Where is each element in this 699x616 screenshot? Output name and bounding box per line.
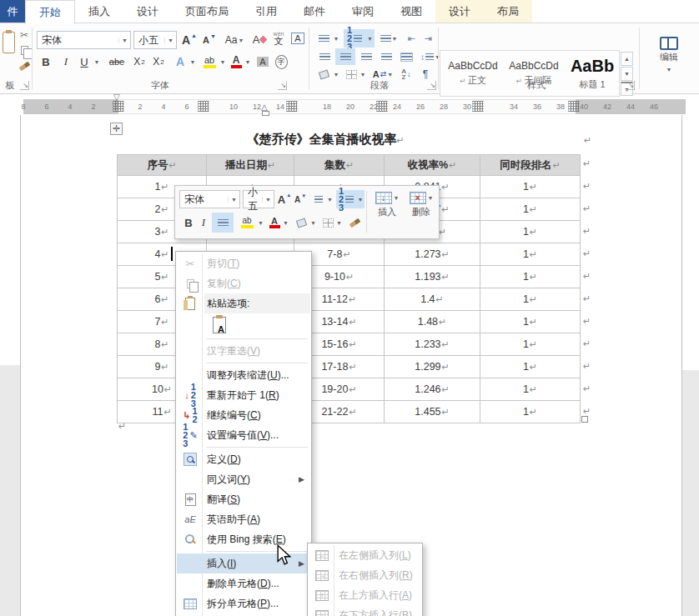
dialog-launcher-font[interactable]: ↘ [278,81,287,90]
table-cell[interactable]: 1↵ [480,198,581,221]
minibar-delete-button[interactable]: ×▼ 删除 [405,189,438,235]
table-header-cell[interactable]: 收视率%↵ [385,155,480,176]
minibar-shrink-font-button[interactable]: A▼ [293,192,308,207]
tab-布局[interactable]: 布局 [484,0,532,23]
tab-件[interactable]: 件 [0,0,25,23]
table-cell[interactable]: 1.233↵ [385,333,480,356]
minibar-size-select[interactable]: 小五▼ [243,190,274,208]
minibar-center-button[interactable] [212,213,234,233]
strikethrough-button[interactable]: abe [105,53,128,70]
sort-button[interactable]: AZ↓ [397,67,415,82]
menu-item[interactable]: 定义(D) [177,449,310,469]
shrink-font-button[interactable]: A▼ [200,32,219,48]
minibar-borders-dropdown[interactable]: ▼ [335,214,343,231]
increase-indent-button[interactable]: ⇥ [420,30,435,47]
character-border-button[interactable]: A [289,30,306,47]
table-cell[interactable]: 1.299↵ [385,356,480,378]
hanging-indent-marker[interactable]: △ [261,104,268,111]
tab-邮件[interactable]: 邮件 [290,0,339,23]
menu-item[interactable]: 删除单元格(D)... [177,573,310,593]
table-cell[interactable]: 1.246↵ [385,378,480,401]
paste-button[interactable] [1,28,17,58]
table-header-cell[interactable]: 同时段排名↵ [480,155,581,176]
menu-item[interactable]: 中翻译(S) [177,489,310,509]
menu-item[interactable]: aE英语助手(A) [177,509,310,529]
table-column-marker[interactable] [113,101,124,112]
minibar-borders-button[interactable] [320,214,335,231]
tab-插入[interactable]: 插入 [75,0,123,23]
table-header-cell[interactable]: 播出日期↵ [207,155,294,176]
bold-button[interactable]: B [37,53,55,70]
minibar-insert-button[interactable]: ↓▼ 插入 [370,189,404,235]
shading-dropdown[interactable]: ▼ [332,67,340,82]
menu-item[interactable]: 拆分单元格(P)... [177,593,310,613]
table-cell[interactable]: 1↵ [480,221,581,243]
font-color-button[interactable]: A [229,53,244,70]
minibar-numbering-dropdown[interactable]: ▼ [356,190,365,208]
phonetic-guide-button[interactable]: wén 文 [270,28,287,49]
first-line-indent-marker[interactable]: ▽ [113,94,120,101]
table-cell[interactable]: 1↵ [480,243,581,266]
align-right-button[interactable] [357,49,375,64]
distribute-button[interactable] [397,49,415,64]
show-marks-button[interactable]: ¶ [418,67,433,82]
table-cell[interactable]: 1↵ [480,356,581,378]
table-cell[interactable]: 1.4↵ [385,288,480,311]
decrease-indent-button[interactable]: ⇤ [404,30,419,47]
font-color-dropdown[interactable]: ▼ [244,53,252,70]
table-cell[interactable]: 1↵ [480,288,581,311]
minibar-format-painter-button[interactable] [346,215,363,230]
table-cell[interactable]: 1.455↵ [385,401,480,423]
table-cell[interactable]: 1↵ [480,176,581,198]
dialog-launcher-styles[interactable]: ↘ [626,81,635,90]
table-cell[interactable]: 1↵ [480,266,581,288]
underline-button[interactable]: U [77,53,92,70]
tab-视图[interactable]: 视图 [387,0,435,23]
style-正文[interactable]: AaBbCcDd↵ 正文 [444,51,502,96]
table-column-marker[interactable] [377,101,388,112]
borders-button[interactable] [344,67,359,82]
menu-item[interactable]: 粘贴选项: [177,293,310,313]
table-column-marker[interactable] [473,101,484,112]
table-cell[interactable]: 1↵ [480,311,581,333]
table-resize-handle[interactable] [581,416,588,423]
numbering-dropdown[interactable]: ▼ [365,29,375,48]
minibar-highlight-dropdown[interactable]: ▼ [257,214,264,231]
multilevel-list-button[interactable]: ▼ [378,30,400,47]
editing-group-button[interactable]: 编辑 ▼ [652,28,686,80]
text-effects-dropdown[interactable]: ▼ [189,53,197,70]
minibar-bullets-dropdown[interactable]: ▼ [326,191,334,208]
bullets-dropdown[interactable]: ▼ [332,30,340,47]
align-left-button[interactable] [315,49,334,64]
subscript-button[interactable]: X2 [131,53,148,70]
menu-item[interactable]: ↓123重新开始于 1(R) [177,385,310,405]
table-cell[interactable]: 1.48↵ [385,311,480,333]
tab-设计[interactable]: 设计 [435,0,484,23]
menu-item[interactable]: 123✎设置编号值(V)... [177,425,310,445]
minibar-numbering-button[interactable]: 123 [336,190,356,208]
minibar-font-color-dropdown[interactable]: ▼ [282,214,289,231]
tab-设计[interactable]: 设计 [123,0,172,23]
dialog-launcher-paragraph[interactable]: ↘ [427,81,436,90]
dialog-launcher-clipboard[interactable]: ↘ [20,81,29,90]
shading-button[interactable] [315,67,332,82]
grow-font-button[interactable]: A▲ [180,32,199,48]
character-shading-button[interactable]: A [255,53,270,70]
table-header-cell[interactable]: 序号↵ [118,155,207,176]
minibar-shading-button[interactable] [293,214,309,231]
tab-页面布局[interactable]: 页面布局 [172,0,242,23]
table-cell[interactable]: 1↵ [480,378,581,401]
underline-dropdown[interactable]: ▼ [93,53,101,70]
table-column-marker[interactable] [287,101,298,112]
minibar-bold-button[interactable]: B [182,214,195,231]
style-标题 1[interactable]: AaBb标题 1 [566,51,619,96]
left-indent-marker[interactable] [262,111,269,116]
minibar-bullets-button[interactable] [310,191,327,208]
tab-审阅[interactable]: 审阅 [339,0,387,23]
table-cell[interactable]: 1↵ [480,401,581,423]
clear-formatting-button[interactable]: A [250,30,269,48]
minibar-font-color-button[interactable]: A [267,214,282,231]
minibar-highlight-button[interactable]: ab [237,214,257,231]
menu-item[interactable]: 同义词(Y)▶ [177,469,310,489]
bullets-button[interactable] [315,30,332,47]
